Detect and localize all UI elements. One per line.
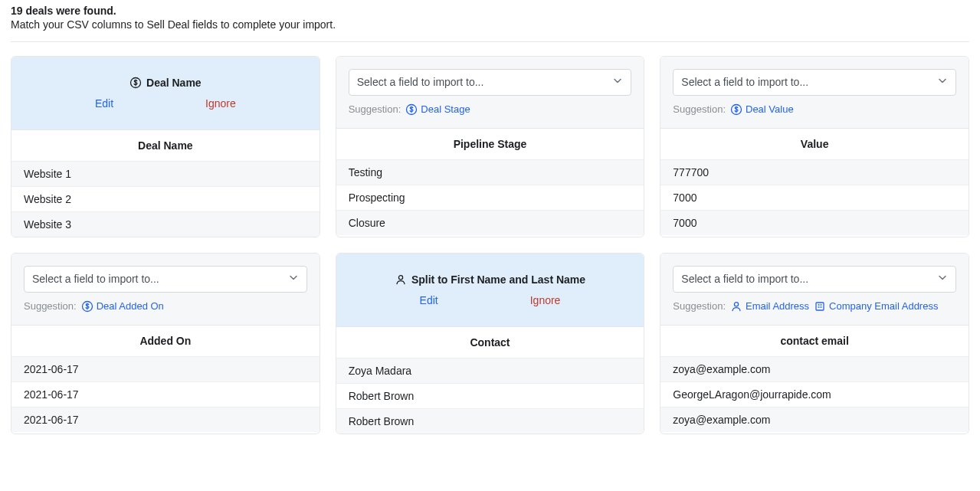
sample-row: 7000 (660, 210, 969, 235)
suggestion-label-text: Deal Value (746, 103, 794, 115)
sample-row: zoya@example.com (660, 407, 969, 432)
field-select-placeholder: Select a field to import to... (32, 273, 159, 285)
sample-rows: 777700 7000 7000 (660, 159, 969, 235)
mapping-grid: Deal Name Edit Ignore Deal Name Website … (11, 56, 969, 434)
column-header: Added On (11, 325, 320, 356)
mapped-field-title: Split to First Name and Last Name (395, 273, 585, 286)
sample-row: 7000 (660, 185, 969, 210)
dollar-icon (730, 103, 742, 116)
sample-row: Website 1 (11, 161, 320, 186)
sample-row: Closure (336, 210, 644, 235)
sample-row: Robert Brown (336, 408, 644, 434)
sample-row: GeorgeLAragon@jourrapide.com (660, 381, 969, 407)
suggestion-chip[interactable]: Email Address (730, 300, 809, 313)
card-head-mapped: Split to First Name and Last Name Edit I… (336, 254, 644, 326)
suggestion-label-text: Deal Stage (421, 103, 470, 115)
field-select-placeholder: Select a field to import to... (681, 76, 808, 88)
column-header: Deal Name (11, 129, 320, 161)
sample-rows: Website 1 Website 2 Website 3 (11, 161, 320, 237)
mapped-actions: Edit Ignore (349, 294, 632, 306)
sample-row: zoya@example.com (660, 356, 969, 381)
sample-rows: zoya@example.com GeorgeLAragon@jourrapid… (660, 356, 969, 432)
mapped-actions: Edit Ignore (24, 97, 307, 110)
field-select[interactable]: Select a field to import to... (673, 69, 956, 96)
page-subtitle: Match your CSV columns to Sell Deal fiel… (11, 18, 969, 41)
card-head-unmapped: Select a field to import to... Suggestio… (660, 57, 969, 128)
suggestion-row: Suggestion: Email Address Company Email … (673, 300, 956, 313)
suggestion-row: Suggestion: Deal Value (673, 103, 956, 116)
suggestion-row: Suggestion: Deal Added On (24, 300, 307, 313)
mapping-card: Deal Name Edit Ignore Deal Name Website … (11, 56, 320, 237)
sample-rows: Zoya Madara Robert Brown Robert Brown (336, 358, 644, 434)
field-select[interactable]: Select a field to import to... (673, 266, 956, 293)
column-header: contact email (660, 325, 969, 356)
sample-row: 2021-06-17 (11, 381, 320, 407)
sample-row: Prospecting (336, 185, 644, 210)
sample-row: Robert Brown (336, 383, 644, 408)
mapping-card: Select a field to import to... Suggestio… (11, 253, 320, 434)
sample-rows: 2021-06-17 2021-06-17 2021-06-17 (11, 356, 320, 432)
dollar-icon (81, 300, 93, 313)
field-select-wrap: Select a field to import to... (349, 69, 632, 96)
suggestion-chip[interactable]: Deal Stage (405, 103, 470, 116)
suggestion-row: Suggestion: Deal Stage (349, 103, 632, 116)
mapping-card: Select a field to import to... Suggestio… (660, 253, 969, 434)
suggestion-prefix: Suggestion: (349, 103, 402, 115)
edit-link[interactable]: Edit (420, 294, 438, 306)
suggestion-label-text: Company Email Address (829, 300, 938, 312)
mapping-card: Select a field to import to... Suggestio… (336, 56, 645, 237)
sample-row: 2021-06-17 (11, 356, 320, 381)
column-header: Pipeline Stage (336, 128, 644, 159)
suggestion-prefix: Suggestion: (24, 300, 77, 312)
field-select-wrap: Select a field to import to... (673, 69, 956, 96)
field-select-placeholder: Select a field to import to... (681, 273, 808, 285)
column-header: Contact (336, 326, 644, 358)
sample-row: Website 2 (11, 186, 320, 211)
mapping-card: Select a field to import to... Suggestio… (660, 56, 969, 237)
suggestion-chip[interactable]: Deal Added On (81, 300, 164, 313)
field-select[interactable]: Select a field to import to... (24, 266, 307, 293)
sample-row: 777700 (660, 159, 969, 185)
column-header: Value (660, 128, 969, 159)
suggestion-chip[interactable]: Company Email Address (814, 300, 938, 313)
field-select-wrap: Select a field to import to... (24, 266, 307, 293)
sample-row: 2021-06-17 (11, 407, 320, 432)
suggestion-label-text: Deal Added On (97, 300, 164, 312)
suggestion-prefix: Suggestion: (673, 300, 726, 312)
person-icon (730, 300, 742, 313)
sample-rows: Testing Prospecting Closure (336, 159, 644, 235)
sample-row: Website 3 (11, 211, 320, 237)
dollar-icon (405, 103, 418, 116)
card-head-unmapped: Select a field to import to... Suggestio… (336, 57, 644, 128)
dollar-icon (129, 77, 142, 89)
field-select-wrap: Select a field to import to... (673, 266, 956, 293)
suggestion-prefix: Suggestion: (673, 103, 726, 115)
mapped-field-label: Split to First Name and Last Name (411, 273, 585, 286)
person-icon (395, 273, 407, 286)
card-head-unmapped: Select a field to import to... Suggestio… (11, 254, 320, 325)
divider (11, 41, 969, 42)
mapping-card: Split to First Name and Last Name Edit I… (336, 253, 645, 434)
ignore-link[interactable]: Ignore (205, 97, 236, 110)
mapped-field-title: Deal Name (129, 77, 202, 89)
page-title: 19 deals were found. (11, 5, 969, 17)
sample-row: Testing (336, 159, 644, 185)
suggestion-chip[interactable]: Deal Value (730, 103, 794, 116)
card-head-mapped: Deal Name Edit Ignore (11, 57, 320, 129)
company-icon (814, 300, 826, 313)
ignore-link[interactable]: Ignore (530, 294, 561, 306)
edit-link[interactable]: Edit (95, 97, 113, 110)
mapped-field-label: Deal Name (146, 77, 202, 89)
suggestion-label-text: Email Address (746, 300, 809, 312)
field-select[interactable]: Select a field to import to... (349, 69, 632, 96)
card-head-unmapped: Select a field to import to... Suggestio… (660, 254, 969, 325)
field-select-placeholder: Select a field to import to... (357, 76, 484, 88)
sample-row: Zoya Madara (336, 358, 644, 383)
